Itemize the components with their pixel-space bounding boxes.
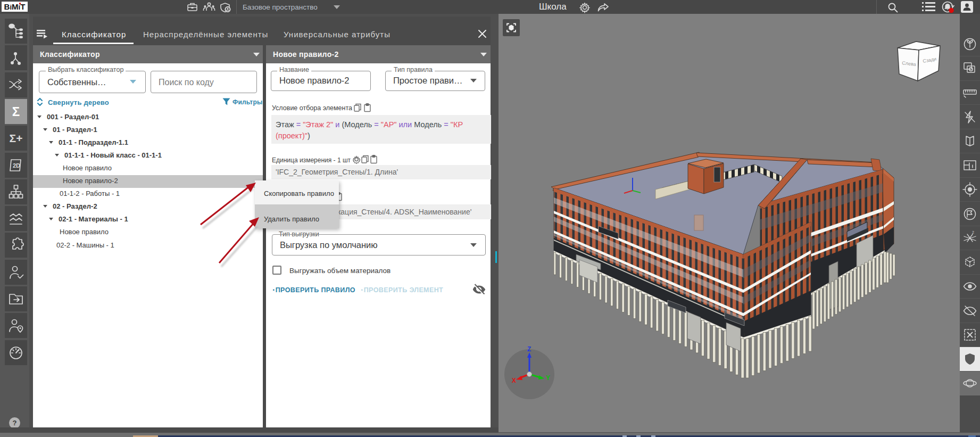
svg-text:X: X (512, 377, 516, 384)
svg-text:Z: Z (527, 345, 531, 353)
svg-text:Y: Y (546, 374, 550, 382)
svg-text:2D: 2D (13, 162, 20, 169)
svg-text:2: 2 (972, 230, 974, 234)
